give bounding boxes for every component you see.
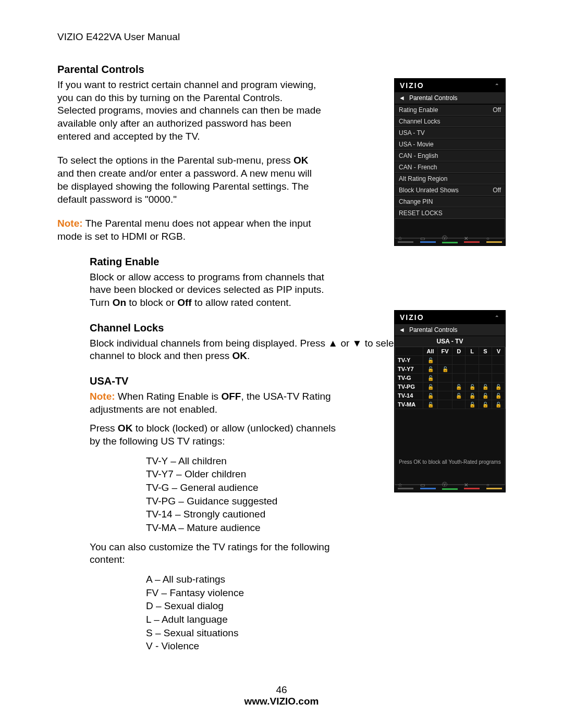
grid-row-label: TV-MA xyxy=(395,400,423,409)
lock-cell[interactable]: 🔓 xyxy=(492,400,505,409)
osd-breadcrumb-text: Parental Controls xyxy=(409,94,458,102)
circle-icon[interactable]: ○ xyxy=(486,482,502,489)
close-icon[interactable]: ✕ xyxy=(464,482,480,489)
heading-rating-enable: Rating Enable xyxy=(90,256,506,268)
lock-cell[interactable]: 🔓 xyxy=(479,382,492,391)
grid-column-header: L xyxy=(466,347,479,356)
v-icon[interactable]: Ⓥ xyxy=(442,481,458,490)
on-bold: On xyxy=(113,297,126,308)
widescreen-icon[interactable]: ▭ xyxy=(420,482,436,489)
lock-cell[interactable] xyxy=(479,365,492,374)
lock-cell[interactable]: 🔓 xyxy=(423,391,438,400)
grid-column-header: D xyxy=(452,347,466,356)
lock-cell[interactable] xyxy=(438,400,452,409)
osd-menu-item[interactable]: Block Unrated ShowsOff xyxy=(395,184,505,196)
text: Press xyxy=(90,423,118,434)
para-usa-tv-press-ok: Press OK to block (locked) or allow (unl… xyxy=(90,422,340,448)
v-icon[interactable]: Ⓥ xyxy=(442,235,458,243)
circle-icon[interactable]: ○ xyxy=(486,236,502,243)
osd-item-value: Off xyxy=(493,187,501,194)
lock-cell[interactable]: 🔓 xyxy=(423,382,438,391)
rating-grid: AllFVDLSV TV-Y🔓TV-Y7🔓🔓TV-G🔓TV-PG🔓🔓🔓🔓🔓TV-… xyxy=(395,347,506,409)
lock-cell[interactable] xyxy=(479,356,492,365)
lock-cell[interactable] xyxy=(438,356,452,365)
page-number: 46 xyxy=(0,684,563,696)
lock-cell[interactable] xyxy=(438,391,452,400)
lock-cell[interactable] xyxy=(492,374,505,382)
lock-cell[interactable] xyxy=(452,374,466,382)
osd-menu-item[interactable]: Channel Locks xyxy=(395,116,505,127)
osd-subtitle: USA - TV xyxy=(395,336,505,347)
grid-row: TV-Y7🔓🔓 xyxy=(395,365,505,374)
list-item: S – Sexual situations xyxy=(146,626,506,640)
grid-row: TV-Y🔓 xyxy=(395,356,505,365)
grid-row-label: TV-G xyxy=(395,374,423,382)
lock-cell[interactable] xyxy=(452,365,466,374)
widescreen-icon[interactable]: ▭ xyxy=(420,236,436,243)
list-item: V - Violence xyxy=(146,639,506,653)
grid-column-header: All xyxy=(423,347,438,356)
lock-cell[interactable]: 🔓 xyxy=(452,391,466,400)
osd-breadcrumb[interactable]: ◄ Parental Controls xyxy=(395,92,505,104)
off-bold: Off xyxy=(177,297,191,308)
osd-menu-item[interactable]: Rating EnableOff xyxy=(395,104,505,116)
osd-menu-item[interactable]: CAN - French xyxy=(395,162,505,173)
osd-usa-tv-grid: VIZIO ⌃ ◄ Parental Controls USA - TV All… xyxy=(394,310,506,492)
lock-cell[interactable] xyxy=(452,356,466,365)
osd-item-label: CAN - French xyxy=(399,164,437,171)
page-footer: 46 www.VIZIO.com xyxy=(0,684,563,707)
osd-menu-item[interactable]: Alt Rating Region xyxy=(395,173,505,184)
para-parental-intro: If you want to restrict certain channel … xyxy=(57,79,323,143)
note-label: Note: xyxy=(90,391,115,402)
osd-soft-buttons: ☆ ▭ Ⓥ ✕ ○ xyxy=(395,238,505,245)
lock-cell[interactable]: 🔓 xyxy=(479,391,492,400)
collapse-icon: ⌃ xyxy=(495,315,500,320)
text: and then create and/or enter a password.… xyxy=(57,168,312,204)
lock-cell[interactable]: 🔓 xyxy=(492,391,505,400)
lock-cell[interactable] xyxy=(466,356,479,365)
lock-cell[interactable] xyxy=(466,374,479,382)
lock-cell[interactable]: 🔓 xyxy=(438,365,452,374)
lock-cell[interactable]: 🔓 xyxy=(423,400,438,409)
ok-bold: OK xyxy=(118,423,133,434)
list-item: FV – Fantasy violence xyxy=(146,586,506,600)
lock-cell[interactable] xyxy=(492,365,505,374)
lock-cell[interactable]: 🔓 xyxy=(423,365,438,374)
osd-item-label: Change PIN xyxy=(399,198,433,205)
osd-item-value: Off xyxy=(493,106,501,114)
lock-cell[interactable]: 🔓 xyxy=(452,382,466,391)
list-item: TV-PG – Guidance suggested xyxy=(146,495,506,508)
lock-cell[interactable]: 🔓 xyxy=(423,374,438,382)
text: to allow rated content. xyxy=(192,297,291,308)
list-item: TV-MA – Mature audience xyxy=(146,521,506,535)
lock-cell[interactable]: 🔓 xyxy=(492,382,505,391)
text: . xyxy=(247,350,250,361)
para-usa-tv-note: Note: When Rating Enable is OFF, the USA… xyxy=(90,390,340,416)
star-icon[interactable]: ☆ xyxy=(398,482,413,489)
lock-cell[interactable]: 🔓 xyxy=(423,356,438,365)
osd-menu-item[interactable]: USA - TV xyxy=(395,127,505,139)
osd-menu-item[interactable]: Change PIN xyxy=(395,196,505,207)
lock-cell[interactable]: 🔓 xyxy=(466,391,479,400)
osd-hint: Press OK to block all Youth-Rated progra… xyxy=(395,456,505,468)
osd-breadcrumb[interactable]: ◄ Parental Controls xyxy=(395,324,505,336)
lock-cell[interactable] xyxy=(438,374,452,382)
grid-row: TV-14🔓🔓🔓🔓🔓 xyxy=(395,391,505,400)
star-icon[interactable]: ☆ xyxy=(398,236,413,243)
osd-brand-bar: VIZIO ⌃ xyxy=(395,311,505,324)
lock-cell[interactable] xyxy=(466,365,479,374)
grid-column-header xyxy=(395,347,423,356)
close-icon[interactable]: ✕ xyxy=(464,236,480,243)
lock-cell[interactable] xyxy=(452,400,466,409)
lock-cell[interactable] xyxy=(438,382,452,391)
lock-cell[interactable]: 🔓 xyxy=(466,382,479,391)
osd-soft-buttons: ☆ ▭ Ⓥ ✕ ○ xyxy=(395,484,505,492)
collapse-icon: ⌃ xyxy=(495,83,500,89)
lock-cell[interactable] xyxy=(479,374,492,382)
osd-menu-item[interactable]: CAN - English xyxy=(395,150,505,162)
lock-cell[interactable] xyxy=(492,356,505,365)
lock-cell[interactable]: 🔓 xyxy=(479,400,492,409)
lock-cell[interactable]: 🔓 xyxy=(466,400,479,409)
osd-menu-item[interactable]: RESET LOCKS xyxy=(395,207,505,219)
osd-menu-item[interactable]: USA - Movie xyxy=(395,139,505,150)
